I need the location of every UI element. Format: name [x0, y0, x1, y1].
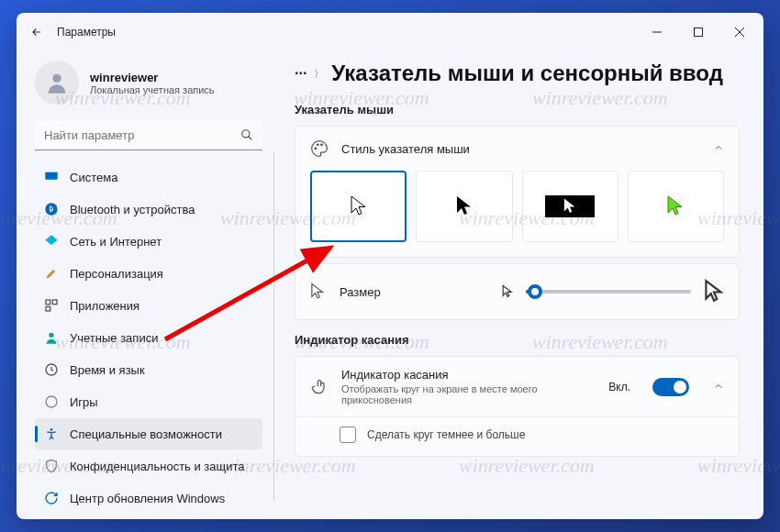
avatar [35, 61, 79, 105]
pointer-style-white[interactable] [310, 171, 407, 242]
big-cursor-icon [704, 279, 724, 305]
chevron-right-icon: 〉 [314, 67, 324, 81]
darker-checkbox[interactable] [340, 427, 356, 443]
touch-toggle[interactable] [652, 378, 689, 396]
card-label: Стиль указателя мыши [341, 142, 470, 156]
size-slider[interactable] [526, 290, 691, 294]
monitor-icon [44, 170, 59, 184]
nav-label: Персонализация [70, 267, 163, 281]
pointer-style-custom[interactable] [628, 171, 724, 242]
nav-accounts[interactable]: Учетные записи [35, 322, 262, 353]
breadcrumb-more[interactable]: ··· [295, 65, 306, 82]
brush-icon [44, 266, 59, 281]
svg-point-5 [242, 130, 250, 138]
titlebar: Параметры [17, 13, 763, 51]
apps-icon [44, 298, 59, 313]
sidebar: winreviewer Локальная учетная запись Сис… [17, 51, 273, 519]
svg-point-17 [318, 144, 319, 146]
search-input[interactable] [35, 121, 262, 150]
nav-network[interactable]: Сеть и Интернет [35, 226, 262, 257]
search-box[interactable] [35, 121, 262, 150]
chevron-up-icon [713, 381, 724, 393]
svg-point-15 [50, 428, 53, 431]
nav-personalization[interactable]: Персонализация [35, 258, 262, 289]
nav-bluetooth[interactable]: Bluetooth и устройства [35, 194, 262, 225]
nav-label: Специальные возможности [70, 427, 222, 441]
touch-sub: Отображать круг на экране в месте моего … [341, 383, 596, 405]
account-block[interactable]: winreviewer Локальная учетная запись [35, 55, 262, 117]
nav-privacy[interactable]: Конфиденциальность и защита [35, 450, 262, 482]
touch-icon [310, 378, 329, 396]
shield-icon [44, 459, 59, 473]
nav-label: Bluetooth и устройства [70, 203, 195, 216]
svg-point-8 [45, 203, 57, 215]
svg-rect-9 [46, 300, 50, 305]
pointer-size-row: Размер [295, 264, 739, 319]
svg-rect-10 [52, 300, 57, 305]
nav-label: Учетные записи [70, 331, 158, 345]
pointer-style-black[interactable] [416, 171, 512, 242]
window-title: Параметры [57, 26, 116, 39]
nav-gaming[interactable]: Игры [35, 386, 262, 417]
nav-label: Центр обновления Windows [70, 492, 225, 505]
inverted-swatch [545, 195, 595, 217]
nav-list: Система Bluetooth и устройства Сеть и Ин… [35, 161, 262, 514]
svg-point-16 [315, 148, 317, 150]
update-icon [44, 491, 59, 505]
nav-apps[interactable]: Приложения [35, 290, 262, 321]
svg-point-4 [52, 74, 61, 83]
cursor-icon [310, 283, 327, 301]
nav-system[interactable]: Система [35, 161, 262, 193]
clock-icon [44, 362, 59, 377]
touch-indicator-header[interactable]: Индикатор касания Отображать круг на экр… [295, 357, 739, 416]
network-icon [44, 234, 59, 249]
bluetooth-icon [44, 202, 59, 216]
touch-indicator-card: Индикатор касания Отображать круг на экр… [295, 356, 740, 457]
search-icon [240, 128, 253, 144]
maximize-button[interactable] [677, 17, 719, 47]
small-cursor-icon [502, 284, 513, 299]
nav-accessibility[interactable]: Специальные возможности [35, 418, 262, 449]
section-touch-heading: Индикатор касания [295, 333, 740, 347]
slider-thumb[interactable] [528, 284, 542, 299]
nav-label: Игры [70, 395, 98, 409]
svg-point-18 [321, 144, 323, 146]
page-title: Указатель мыши и сенсорный ввод [331, 61, 723, 86]
pointer-style-card: Стиль указателя мыши [295, 126, 740, 258]
close-button[interactable] [719, 17, 760, 47]
nav-label: Система [70, 171, 117, 184]
svg-rect-11 [46, 306, 50, 311]
svg-rect-1 [694, 28, 702, 37]
settings-window: Параметры winreviewer Локальная учетная … [17, 13, 763, 519]
section-pointer-heading: Указатель мыши [295, 103, 740, 116]
toggle-state: Вкл. [608, 381, 630, 393]
back-button[interactable] [20, 16, 53, 49]
main-content: ··· 〉 Указатель мыши и сенсорный ввод Ук… [274, 51, 763, 519]
svg-rect-7 [45, 172, 57, 180]
touch-darker-row[interactable]: Сделать круг темнее и больше [295, 416, 739, 456]
accessibility-icon [44, 427, 59, 441]
palette-icon [310, 139, 329, 158]
svg-point-14 [46, 396, 57, 407]
account-name: winreviewer [90, 71, 215, 84]
size-label: Размер [340, 285, 381, 299]
nav-label: Конфиденциальность и защита [70, 460, 245, 473]
minimize-button[interactable] [636, 17, 677, 47]
pointer-size-card: Размер [295, 263, 740, 320]
account-sub: Локальная учетная запись [90, 84, 215, 95]
nav-label: Сеть и Интернет [70, 235, 162, 249]
pointer-style-options [295, 171, 739, 257]
nav-time[interactable]: Время и язык [35, 354, 262, 385]
pointer-style-inverted[interactable] [522, 171, 618, 242]
touch-label: Индикатор касания [341, 368, 596, 382]
pointer-style-header[interactable]: Стиль указателя мыши [295, 127, 739, 171]
nav-label: Приложения [70, 299, 139, 313]
nav-label: Время и язык [70, 363, 145, 377]
darker-label: Сделать круг темнее и больше [367, 428, 525, 441]
svg-point-12 [49, 333, 53, 338]
nav-update[interactable]: Центр обновления Windows [35, 482, 262, 514]
chevron-up-icon [713, 142, 724, 155]
gamepad-icon [44, 394, 59, 409]
person-icon [44, 330, 59, 345]
svg-line-6 [249, 137, 252, 140]
